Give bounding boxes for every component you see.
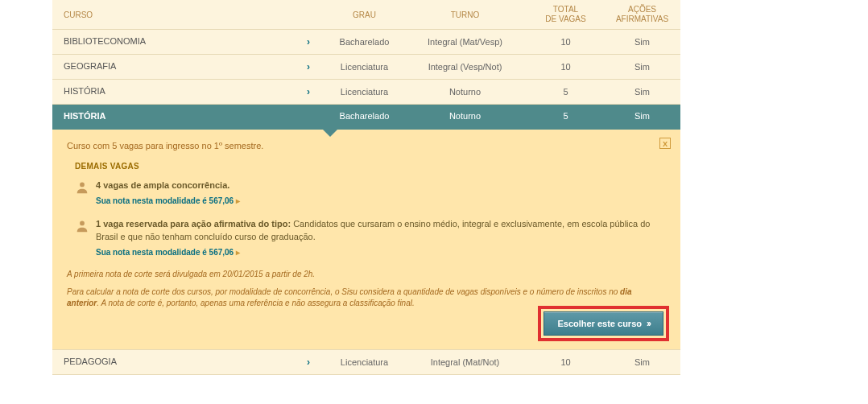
cell-acoes: Sim: [604, 350, 680, 375]
choose-course-highlight: Escolher este curso››: [538, 306, 669, 341]
person-icon: [75, 180, 89, 195]
cell-curso: BIBLIOTECONOMIA›: [52, 30, 326, 55]
chevron-right-icon: ▸: [236, 248, 240, 257]
chevron-right-icon: ›: [307, 86, 310, 97]
col-header-totalvagas: TOTALDE VAGAS: [527, 0, 604, 30]
table-header-row: CURSO GRAU TURNO TOTALDE VAGAS AÇÕESAFIR…: [52, 0, 680, 30]
demais-vagas-heading: DEMAIS VAGAS: [75, 162, 666, 171]
svg-point-0: [80, 183, 85, 188]
cell-turno: Integral (Mat/Vesp): [403, 30, 527, 55]
col-header-acoes: AÇÕESAFIRMATIVAS: [604, 0, 680, 30]
table-row[interactable]: HISTÓRIABachareladoNoturno5Sim: [52, 105, 680, 128]
cell-curso: HISTÓRIA›: [52, 80, 326, 105]
double-chevron-right-icon: ››: [647, 318, 650, 329]
cell-grau: Licenciatura: [326, 55, 403, 80]
detail-intro-text: Curso com 5 vagas para ingresso no 1º se…: [67, 141, 666, 150]
courses-table: CURSO GRAU TURNO TOTALDE VAGAS AÇÕESAFIR…: [52, 0, 680, 128]
cell-grau: Licenciatura: [326, 350, 403, 375]
cell-turno: Noturno: [403, 80, 527, 105]
chevron-right-icon: ›: [307, 36, 310, 47]
col-header-turno: TURNO: [403, 0, 527, 30]
cell-grau: Bacharelado: [326, 30, 403, 55]
svg-point-1: [80, 221, 85, 226]
cell-acoes: Sim: [604, 30, 680, 55]
cell-total: 10: [527, 30, 604, 55]
cell-total: 10: [527, 55, 604, 80]
nota-link-ampla[interactable]: Sua nota nesta modalidade é 567,06 ▸: [96, 195, 666, 208]
cell-grau: Bacharelado: [326, 105, 403, 128]
cell-total: 10: [527, 350, 604, 375]
vaga-ampla-title: 4 vagas de ampla concorrência.: [96, 180, 229, 190]
table-row[interactable]: GEOGRAFIA›LicenciaturaIntegral (Vesp/Not…: [52, 55, 680, 80]
col-header-grau: GRAU: [326, 0, 403, 30]
cell-grau: Licenciatura: [326, 80, 403, 105]
chevron-right-icon: ›: [307, 61, 310, 72]
cell-curso: HISTÓRIA: [52, 105, 326, 128]
cell-curso: GEOGRAFIA›: [52, 55, 326, 80]
vaga-item-afirmativa: 1 vaga reservada para ação afirmativa do…: [75, 217, 666, 259]
vaga-item-ampla: 4 vagas de ampla concorrência. Sua nota …: [75, 179, 666, 208]
chevron-right-icon: ›: [307, 357, 310, 368]
nota-link-afirmativa[interactable]: Sua nota nesta modalidade é 567,06 ▸: [96, 246, 666, 259]
col-header-curso: CURSO: [52, 0, 326, 30]
table-row[interactable]: PEDAGOGIA›LicenciaturaIntegral (Mat/Not)…: [52, 350, 680, 375]
cell-acoes: Sim: [604, 55, 680, 80]
cell-curso: PEDAGOGIA›: [52, 350, 326, 375]
cell-acoes: Sim: [604, 80, 680, 105]
cell-total: 5: [527, 80, 604, 105]
course-detail-panel: x Curso com 5 vagas para ingresso no 1º …: [52, 128, 680, 350]
cell-turno: Integral (Mat/Not): [403, 350, 527, 375]
cell-turno: Integral (Vesp/Not): [403, 55, 527, 80]
choose-course-button[interactable]: Escolher este curso››: [544, 311, 663, 336]
chevron-right-icon: ▸: [236, 196, 240, 205]
cell-total: 5: [527, 105, 604, 128]
vaga-afirmativa-title: 1 vaga reservada para ação afirmativa do…: [96, 219, 291, 229]
cell-turno: Noturno: [403, 105, 527, 128]
table-row[interactable]: HISTÓRIA›LicenciaturaNoturno5Sim: [52, 80, 680, 105]
courses-table-continued: PEDAGOGIA›LicenciaturaIntegral (Mat/Not)…: [52, 350, 680, 375]
table-row[interactable]: BIBLIOTECONOMIA›BachareladoIntegral (Mat…: [52, 30, 680, 55]
close-icon[interactable]: x: [659, 138, 671, 149]
fineprint-line1: A primeira nota de corte será divulgada …: [67, 269, 666, 280]
cell-acoes: Sim: [604, 105, 680, 128]
person-icon: [75, 219, 89, 233]
